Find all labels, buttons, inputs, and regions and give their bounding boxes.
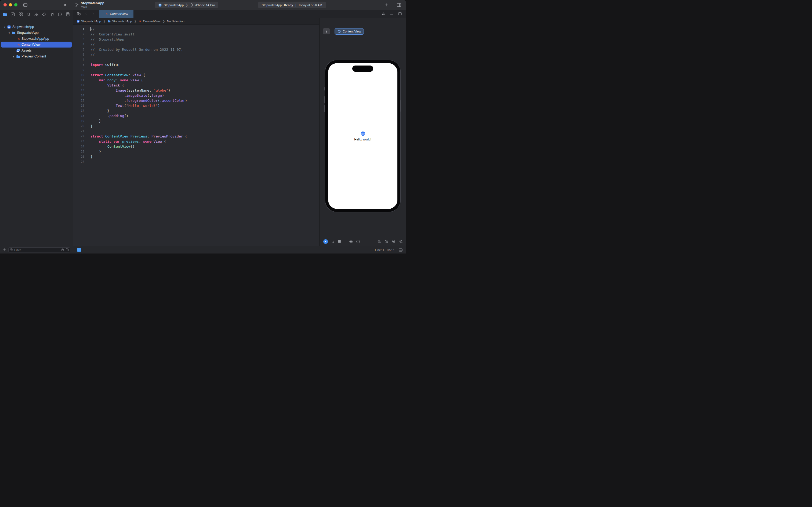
code-line: }​ [91, 123, 319, 129]
source-control-navigator-button[interactable] [10, 12, 15, 17]
line-number: 9 [73, 67, 84, 72]
code-line: ​ [91, 67, 319, 72]
breakpoints-navigator-button[interactable] [58, 12, 62, 17]
zoom-in-button[interactable] [399, 239, 403, 244]
scheme-name[interactable]: StopwatchApp [164, 3, 184, 7]
preview-device-grid-button[interactable] [337, 239, 342, 244]
library-add-icon[interactable] [385, 3, 389, 7]
volume-down-button [325, 105, 325, 112]
editor-layout-icon[interactable] [397, 3, 401, 7]
preview-info-button[interactable] [356, 239, 360, 244]
code-line: var body: some View {​ [91, 77, 319, 83]
code-line: .foregroundColor(.accentColor)​ [91, 98, 319, 103]
breadcrumb-item[interactable]: No Selection [167, 19, 184, 23]
pin-icon [325, 30, 328, 33]
project-navigator-button[interactable] [3, 12, 7, 17]
file-name: StopwatchAppApp [21, 37, 49, 41]
zoom-to-fit-button[interactable] [392, 239, 396, 244]
clock-icon[interactable] [61, 248, 64, 251]
tests-navigator-button[interactable] [42, 12, 47, 17]
file-tree-item-stopwatchappapp[interactable]: StopwatchAppApp [1, 36, 72, 42]
run-destination-device[interactable]: iPhone 14 Pro [195, 3, 215, 7]
line-number: 6 [73, 52, 84, 57]
line-number: 27 [73, 159, 84, 164]
add-editor-button[interactable] [398, 12, 402, 16]
code-line: ​ [91, 159, 319, 164]
navigator-filter-bar [0, 246, 73, 253]
disclosure-right-icon[interactable]: ▸ [12, 55, 16, 58]
breadcrumb-label: StopwatchApp [112, 19, 132, 23]
code-line: }​ [91, 118, 319, 123]
file-tree-item-preview-content[interactable]: ▸Preview Content [1, 53, 72, 59]
tab-label: ContentView [110, 12, 128, 16]
file-tree-item-assets[interactable]: Assets [1, 48, 72, 53]
pin-preview-button[interactable] [323, 28, 330, 35]
line-number: 1 [73, 26, 84, 32]
chevron-separator: ❯ [103, 19, 106, 23]
code-line: }​ [91, 108, 319, 113]
live-preview-button[interactable] [323, 239, 328, 244]
tab-contentview[interactable]: ContentView [99, 10, 133, 18]
xcode-window: StopwatchApp main StopwatchApp ❯ iPhone … [0, 0, 406, 253]
window-controls [3, 3, 17, 6]
breadcrumb-item[interactable]: StopwatchApp [76, 19, 101, 23]
power-button [400, 100, 401, 112]
debug-area-icon[interactable] [399, 248, 403, 252]
line-number: 25 [73, 149, 84, 154]
app-target-icon [158, 3, 162, 7]
preview-variants-button[interactable] [330, 239, 335, 244]
fullscreen-window-button[interactable] [14, 3, 17, 6]
run-button[interactable] [64, 3, 67, 7]
bottom-panel-toggle[interactable] [77, 248, 81, 251]
device-settings-button[interactable] [349, 239, 353, 244]
preview-selector-button[interactable]: Content View [335, 28, 364, 35]
zoom-actual-size-button[interactable] [384, 239, 389, 244]
symbols-navigator-button[interactable] [18, 12, 23, 17]
file-tree-item-stopwatchapp[interactable]: ▾StopwatchApp [1, 30, 72, 36]
folder-icon [107, 19, 111, 23]
issues-navigator-button[interactable] [34, 12, 39, 17]
go-forward-icon[interactable] [91, 12, 95, 16]
disclosure-down-icon[interactable]: ▾ [7, 32, 11, 35]
breadcrumb-item[interactable]: ContentView [138, 19, 160, 23]
code-text[interactable]: //​// ContentView.swift​// StopwatchApp​… [84, 26, 319, 246]
find-navigator-button[interactable] [26, 12, 31, 17]
breadcrumb-item[interactable]: StopwatchApp [107, 19, 132, 23]
chevron-separator: ❯ [162, 19, 165, 23]
swift-icon [16, 43, 20, 47]
cursor-col: Col: 1 [387, 248, 395, 251]
cursor-position: Line: 1 Col: 1 [375, 248, 395, 251]
close-window-button[interactable] [3, 3, 7, 6]
swift-icon [16, 37, 20, 41]
file-tree: ▾StopwatchApp▾StopwatchAppStopwatchAppAp… [0, 24, 73, 59]
line-number: 15 [73, 98, 84, 103]
editor-options-button[interactable] [390, 12, 394, 16]
toggle-navigator-icon[interactable] [23, 3, 27, 7]
navigator-sidebar: ▾StopwatchApp▾StopwatchAppStopwatchAppAp… [0, 10, 73, 253]
line-number: 26 [73, 154, 84, 159]
reports-navigator-button[interactable] [65, 12, 70, 17]
tab-bar-left-controls [73, 10, 97, 18]
iphone-icon [190, 3, 193, 7]
activity-status: StopwatchApp: Ready | Today at 5:56 AM [258, 2, 326, 8]
code-review-button[interactable] [381, 12, 385, 16]
line-number: 11 [73, 77, 84, 83]
status-bar: Line: 1 Col: 1 [73, 246, 406, 253]
tab-overview-icon[interactable] [77, 12, 81, 16]
code-area[interactable]: 1234567891011121314151617181920212223242… [73, 25, 319, 246]
run-destination-selector[interactable]: StopwatchApp ❯ iPhone 14 Pro [155, 2, 218, 8]
disclosure-down-icon[interactable]: ▾ [3, 25, 7, 29]
zoom-out-button[interactable] [377, 239, 382, 244]
filter-icon [9, 248, 13, 251]
plus-square-icon[interactable] [65, 248, 69, 251]
code-line: // StopwatchApp​ [91, 37, 319, 42]
device-screen[interactable]: Hello, world! [328, 63, 397, 209]
add-file-icon[interactable] [2, 248, 6, 251]
file-tree-item-contentview[interactable]: ContentView [1, 42, 72, 48]
debug-navigator-button[interactable] [50, 12, 55, 17]
line-number: 13 [73, 88, 84, 93]
folder-icon [16, 55, 20, 59]
minimize-window-button[interactable] [9, 3, 12, 6]
file-tree-item-stopwatchapp[interactable]: ▾StopwatchApp [1, 24, 72, 30]
go-back-icon[interactable] [84, 12, 88, 16]
